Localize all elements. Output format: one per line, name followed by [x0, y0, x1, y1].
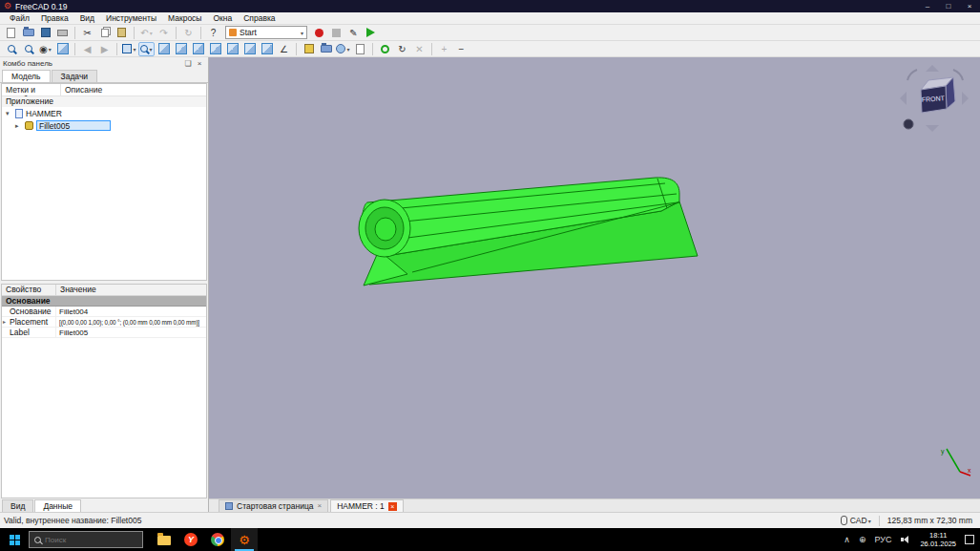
hammer-model[interactable] [209, 57, 980, 498]
create-group-button[interactable] [318, 42, 334, 56]
open-file-button[interactable] [20, 26, 36, 40]
close-panel-icon[interactable]: × [194, 59, 205, 68]
property-row[interactable]: Основание Fillet004 [2, 307, 206, 317]
nav-rotate-cw-icon[interactable] [953, 70, 963, 80]
nav-arrow-down[interactable] [926, 125, 939, 132]
undo-button[interactable]: ↶▾ [138, 26, 155, 40]
web-home-button[interactable] [377, 42, 393, 56]
measure-button[interactable]: ∠ [276, 42, 292, 56]
paste-button[interactable] [114, 26, 130, 40]
whatsthis-button[interactable]: ? [205, 26, 221, 40]
expander-icon[interactable]: ▸ [3, 317, 6, 327]
view-front-button[interactable] [173, 42, 189, 56]
yandex-browser-button[interactable]: Y [177, 528, 204, 551]
texture-view-button[interactable] [54, 42, 71, 56]
chrome-button[interactable] [204, 528, 231, 551]
nav-arrow-up[interactable] [926, 65, 939, 72]
taskbar-clock[interactable]: 18:11 26.01.2025 [920, 531, 956, 549]
minimize-button[interactable]: – [917, 0, 938, 12]
tab-data-properties[interactable]: Данные [34, 499, 81, 512]
view-left-button[interactable] [259, 42, 275, 56]
create-part-button[interactable] [301, 42, 317, 56]
close-tab-icon[interactable]: × [388, 502, 397, 511]
workbench-selector[interactable]: Start ▾ [225, 26, 307, 39]
nav-rotate-ccw-icon[interactable] [907, 70, 917, 80]
macro-record-button[interactable] [311, 26, 327, 40]
menu-edit[interactable]: Правка [35, 13, 74, 23]
zoom-out-button[interactable]: − [453, 42, 469, 56]
property-group-base[interactable]: Основание [2, 296, 206, 307]
notification-center-icon[interactable] [965, 535, 974, 544]
tab-start-page[interactable]: Стартовая страница × [219, 499, 328, 512]
tab-model[interactable]: Модель [2, 70, 51, 82]
freecad-taskbar-button[interactable]: ⚙ [231, 528, 258, 551]
macro-play-button[interactable] [363, 26, 379, 40]
menu-view[interactable]: Вид [74, 13, 100, 23]
print-button[interactable] [54, 26, 71, 40]
property-value[interactable]: [(0,00 0,00 1,00); 0,00 °; (0,00 mm 0,00… [56, 317, 206, 327]
refresh-view-button[interactable]: ↻ [394, 42, 410, 56]
zoom-in-button[interactable]: + [436, 42, 452, 56]
tab-hammer-document[interactable]: HAMMER : 1 × [330, 499, 404, 512]
nav-arrow-right[interactable] [962, 92, 969, 105]
menu-file[interactable]: Файл [4, 13, 35, 23]
menu-tools[interactable]: Инструменты [100, 13, 162, 23]
menu-windows[interactable]: Окна [207, 13, 238, 23]
view-rear-button[interactable] [224, 42, 240, 56]
new-file-button[interactable] [3, 26, 19, 40]
cut-button[interactable]: ✂ [79, 26, 95, 40]
make-link-button[interactable]: ▾ [335, 42, 351, 56]
tree-root-application[interactable]: Приложение [2, 96, 206, 107]
view-right-button[interactable] [207, 42, 223, 56]
tree-item-document[interactable]: ▾ HAMMER [2, 107, 206, 119]
property-row[interactable]: ▸Placement [(0,00 0,00 1,00); 0,00 °; (0… [2, 317, 206, 328]
nav-arrow-left[interactable] [900, 92, 907, 105]
close-button[interactable]: × [959, 0, 980, 12]
save-button[interactable] [37, 26, 53, 40]
property-value[interactable]: Fillet004 [56, 307, 206, 316]
rename-input[interactable]: Fillet005 [36, 120, 111, 131]
property-row[interactable]: Label Fillet005 [2, 328, 206, 338]
speaker-icon[interactable] [900, 534, 911, 545]
start-button[interactable] [0, 528, 29, 551]
macro-edit-button[interactable]: ✎ [345, 26, 362, 40]
tab-view-properties[interactable]: Вид [2, 499, 33, 512]
tray-expand-icon[interactable]: ∧ [844, 535, 850, 544]
chevron-down-icon[interactable]: ▾ [868, 518, 871, 524]
search-input[interactable] [45, 536, 137, 544]
menu-macros[interactable]: Макросы [162, 13, 207, 23]
navigation-cube[interactable]: FRONT [898, 63, 972, 139]
expander-icon[interactable]: ▸ [15, 122, 22, 130]
copy-button[interactable] [96, 26, 113, 40]
maximize-button[interactable]: □ [938, 0, 959, 12]
expander-icon[interactable]: ▾ [6, 110, 12, 117]
view-axonometric-button[interactable] [156, 42, 172, 56]
undock-panel-icon[interactable]: ❏ [182, 59, 194, 68]
import-button[interactable] [352, 42, 368, 56]
tray-network-icon[interactable]: ⊕ [859, 535, 866, 544]
refresh-button[interactable]: ↻ [180, 26, 197, 40]
taskbar-search[interactable] [29, 531, 143, 548]
nav-back-button[interactable]: ◀ [79, 42, 95, 56]
language-indicator[interactable]: РУС [874, 535, 891, 544]
draw-style-button[interactable]: ◉▾ [37, 42, 53, 56]
viewport-3d[interactable]: FRONT y x [209, 57, 980, 498]
property-value[interactable]: Fillet005 [56, 328, 206, 337]
fit-all-button[interactable]: ▾ [121, 42, 137, 56]
tree-item-fillet[interactable]: ▸ Fillet005 [2, 119, 206, 132]
menu-help[interactable]: Справка [238, 13, 281, 23]
macro-stop-button[interactable] [328, 26, 344, 40]
redo-button[interactable]: ↷ [156, 26, 172, 40]
nav-cube-home-icon[interactable] [904, 119, 913, 129]
view-bottom-button[interactable] [241, 42, 258, 56]
box-zoom-button[interactable] [3, 42, 19, 56]
zoom-button[interactable] [20, 42, 36, 56]
view-top-button[interactable] [190, 42, 206, 56]
close-tab-icon[interactable]: × [317, 502, 322, 510]
file-explorer-button[interactable] [151, 528, 177, 551]
stop-loading-button[interactable]: ✕ [411, 42, 427, 56]
tab-tasks[interactable]: Задачи [52, 70, 98, 82]
nav-forward-button[interactable]: ▶ [96, 42, 113, 56]
nav-style-selector[interactable]: CAD [850, 516, 867, 525]
fit-selection-button[interactable]: ▾ [138, 42, 155, 56]
